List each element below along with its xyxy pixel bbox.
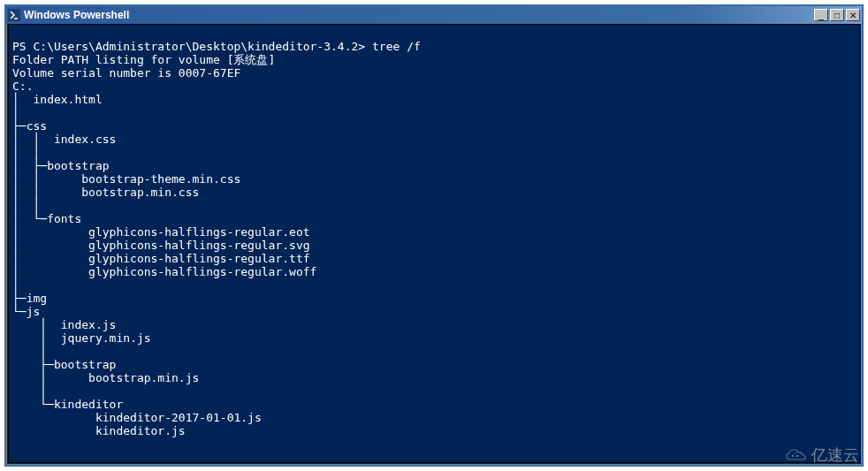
watermark: 亿速云 xyxy=(783,444,859,466)
powershell-window: Windows Powershell _ □ ✕ PS C:\Users\Adm… xyxy=(4,4,864,467)
console-output[interactable]: PS C:\Users\Administrator\Desktop\kinded… xyxy=(8,24,860,463)
prompt-line: PS C:\Users\Administrator\Desktop\kinded… xyxy=(12,40,421,53)
cloud-icon xyxy=(783,446,808,464)
svg-point-2 xyxy=(792,455,795,458)
maximize-icon: □ xyxy=(834,11,840,20)
minimize-icon: _ xyxy=(819,11,824,20)
tree-output: Folder PATH listing for volume [系统盘] Vol… xyxy=(12,53,316,437)
command-text: tree /f xyxy=(372,40,421,53)
powershell-icon xyxy=(8,9,20,21)
watermark-text: 亿速云 xyxy=(811,444,859,466)
close-button[interactable]: ✕ xyxy=(846,9,860,21)
svg-point-3 xyxy=(796,455,799,458)
close-icon: ✕ xyxy=(849,11,857,20)
prompt-prefix: PS xyxy=(12,40,33,53)
minimize-button[interactable]: _ xyxy=(814,9,828,21)
prompt-path: C:\Users\Administrator\Desktop\kindedito… xyxy=(33,40,365,53)
maximize-button[interactable]: □ xyxy=(830,9,844,21)
window-controls: _ □ ✕ xyxy=(814,9,860,21)
titlebar[interactable]: Windows Powershell _ □ ✕ xyxy=(6,6,862,24)
window-title: Windows Powershell xyxy=(24,9,814,21)
